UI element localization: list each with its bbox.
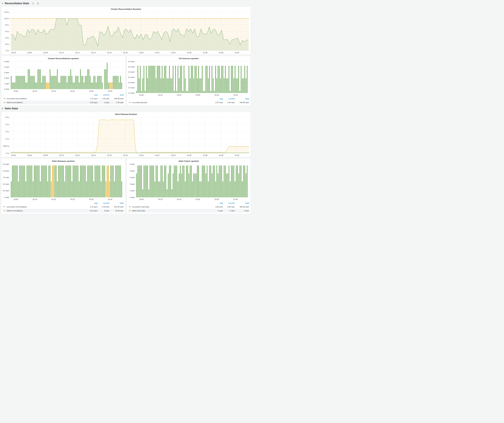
legend-row: successful reconciliations2.12 opm1.20 o… [3, 97, 124, 100]
legend-series-label[interactable]: successful reconciliations [3, 206, 85, 208]
legend-sort-avg[interactable]: avg [85, 94, 97, 96]
legend-series-label[interactable]: successful reconciliations [3, 98, 85, 100]
legend-row: successful git pulls2.87 opm2.40 opm346.… [128, 100, 249, 104]
legend-value: 0.06 opm [85, 101, 97, 103]
legend-row: failed chart pulls0 opm0 opm0 opm [128, 209, 249, 213]
legend-sort-total[interactable]: total [235, 98, 249, 100]
svg-text:15:26: 15:26 [187, 154, 191, 156]
svg-text:15:04: 15:04 [11, 52, 16, 53]
svg-text:1 opm: 1 opm [4, 83, 9, 85]
trash-icon[interactable] [37, 2, 39, 5]
legend-sort-total[interactable]: total [109, 202, 124, 204]
svg-text:15:08: 15:08 [43, 52, 48, 53]
legend-sort-total[interactable]: total [109, 94, 124, 96]
legend-row: successful reconciliations2.10 opm2.40 o… [3, 205, 124, 209]
legend-value: 2.40 opm [97, 206, 109, 208]
svg-text:15:28: 15:28 [203, 154, 207, 156]
svg-text:3 opm: 3 opm [130, 176, 135, 178]
legend-value: 0.13 opm [85, 210, 97, 212]
legend-series-label[interactable]: successful chart pulls [128, 206, 211, 208]
legend-value: 4.80 opm [223, 206, 235, 208]
svg-text:0 opm: 0 opm [130, 196, 135, 198]
svg-text:15:32: 15:32 [235, 154, 239, 156]
gear-icon[interactable] [32, 2, 34, 5]
svg-text:2.5 s: 2.5 s [5, 116, 9, 118]
legend-sort-avg[interactable]: avg [85, 202, 97, 204]
svg-text:9.5 s: 9.5 s [5, 24, 9, 26]
legend: avgcurrenttotalsuccessful git pulls2.87 … [127, 97, 251, 106]
legend-sort-current[interactable]: current [97, 202, 109, 204]
svg-text:2.0 opm: 2.0 opm [3, 170, 9, 172]
cluster-reconciliation-duration-chart[interactable]: 7.5 s8.0 s8.5 s9.0 s9.5 s10.0 s10.5 s15:… [1, 11, 251, 54]
helm-charts-opm-chart[interactable]: 0 opm1 opm2 opm3 opm4 opm5 opm15:0515:10… [127, 163, 251, 201]
legend-series-label[interactable]: failed reconciliations [3, 210, 85, 212]
svg-text:1.0 opm: 1.0 opm [3, 183, 9, 185]
svg-text:15:30: 15:30 [108, 198, 112, 200]
legend-value: 7.20 opm [109, 101, 124, 103]
svg-text:15:14: 15:14 [91, 154, 96, 156]
legend-sort-current[interactable]: current [223, 98, 235, 100]
svg-text:0.5 opm: 0.5 opm [3, 190, 9, 192]
legend-value: 2.12 opm [85, 98, 97, 100]
svg-text:15:30: 15:30 [219, 154, 223, 156]
helm-releases-opm-chart[interactable]: 0 opm0.5 opm1.0 opm1.5 opm2.0 opm2.5 opm… [1, 163, 125, 201]
legend-value: 2.87 opm [211, 101, 223, 103]
legend-sort-avg[interactable]: avg [211, 98, 223, 100]
svg-text:15:18: 15:18 [123, 52, 127, 53]
svg-text:1.5 opm: 1.5 opm [3, 176, 9, 178]
git-sources-opm-chart[interactable]: 1.0 opm1.5 opm2.0 opm2.5 opm3.0 opm3.5 o… [127, 60, 251, 97]
svg-text:0 opm: 0 opm [4, 196, 9, 198]
svg-text:15:05: 15:05 [139, 198, 144, 200]
svg-text:15:10: 15:10 [59, 154, 64, 156]
legend-sort-current[interactable]: current [223, 202, 235, 204]
legend-sort-current[interactable]: current [97, 94, 109, 96]
panel-title[interactable]: Helm Releases ops/min [1, 159, 125, 163]
chevron-down-icon [1, 2, 3, 4]
panel-title[interactable]: Helm Release Duration [1, 112, 251, 116]
section-title: Helm Stats [5, 107, 18, 110]
svg-text:10.5 s: 10.5 s [4, 11, 9, 13]
legend-series-label[interactable]: successful git pulls [128, 101, 211, 103]
legend: avgcurrenttotalsuccessful chart pulls3.8… [127, 201, 251, 214]
panel-title[interactable]: Helm Charts ops/min [127, 159, 251, 163]
legend-value: 0 opm [235, 210, 249, 212]
panel-cluster-reconciliations-opm: Cluster Reconciliations ops/min 0 opm1 o… [1, 56, 125, 106]
section-header-reconciliation[interactable]: Reconciliation Stats [1, 1, 251, 6]
svg-text:15:30: 15:30 [108, 90, 112, 92]
helm-release-duration-chart[interactable]: 0 ns500 ms1.0 s1.5 s2.0 s2.5 s15:0415:06… [1, 116, 251, 157]
legend-header: avgcurrenttotal [128, 201, 249, 205]
svg-text:15:16: 15:16 [107, 154, 112, 156]
svg-text:5 opm: 5 opm [4, 61, 9, 62]
panel-title[interactable]: Cluster Reconciliation Duration [1, 7, 251, 11]
svg-text:15:15: 15:15 [177, 94, 181, 96]
svg-text:8.0 s: 8.0 s [5, 43, 9, 45]
legend-sort-total[interactable]: total [235, 202, 249, 204]
legend-value: 0 opm [211, 210, 223, 212]
legend-series-label[interactable]: failed reconciliations [3, 101, 85, 103]
section-header-helm[interactable]: Helm Stats [1, 106, 251, 111]
legend-sort-avg[interactable]: avg [211, 202, 223, 204]
panel-title[interactable]: Cluster Reconciliations ops/min [1, 56, 125, 60]
svg-text:15:25: 15:25 [89, 198, 94, 200]
svg-text:15:08: 15:08 [43, 154, 48, 156]
panel-git-sources-opm: Git Sources ops/min 1.0 opm1.5 opm2.0 op… [127, 56, 251, 106]
panel-title[interactable]: Git Sources ops/min [127, 56, 251, 60]
svg-text:15:06: 15:06 [27, 154, 32, 156]
svg-text:15:30: 15:30 [219, 52, 223, 53]
svg-text:3.0 opm: 3.0 opm [128, 71, 135, 73]
svg-text:15:05: 15:05 [14, 198, 18, 200]
svg-text:15:22: 15:22 [155, 52, 159, 53]
cluster-reconciliations-opm-chart[interactable]: 0 opm1 opm2 opm3 opm4 opm5 opm15:0515:10… [1, 60, 125, 93]
svg-text:15:20: 15:20 [139, 154, 144, 156]
legend-series-label[interactable]: failed chart pulls [128, 210, 211, 212]
svg-text:15:10: 15:10 [32, 90, 37, 92]
svg-text:15:15: 15:15 [51, 198, 56, 200]
svg-text:1.0 s: 1.0 s [5, 138, 9, 140]
svg-text:2 opm: 2 opm [4, 77, 9, 79]
series-color-dash-icon [129, 206, 131, 207]
svg-text:4 opm: 4 opm [130, 170, 135, 172]
svg-text:5 opm: 5 opm [130, 163, 135, 165]
svg-text:15:15: 15:15 [177, 198, 181, 200]
section-reconciliation-stats: Reconciliation Stats Cluster Reconciliat… [1, 1, 251, 106]
legend: avgcurrenttotalsuccessful reconciliation… [1, 201, 125, 214]
